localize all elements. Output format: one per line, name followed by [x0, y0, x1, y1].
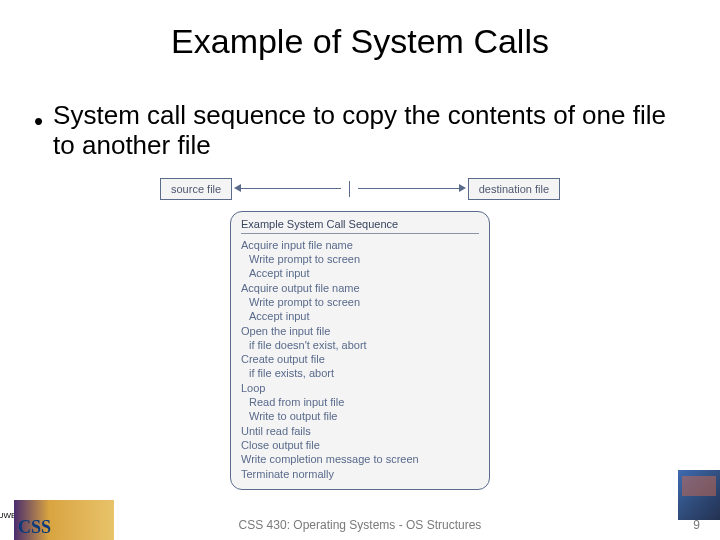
sequence-line: Write prompt to screen — [241, 295, 479, 309]
arrow-center-stub — [349, 181, 350, 197]
slide-title: Example of System Calls — [0, 0, 720, 61]
sequence-line: Write prompt to screen — [241, 252, 479, 266]
arrow-left — [234, 188, 347, 190]
sequence-line: Loop — [241, 381, 479, 395]
sequence-line: Create output file — [241, 352, 479, 366]
bullet-area: • System call sequence to copy the conte… — [0, 61, 720, 161]
sequence-line: Acquire output file name — [241, 281, 479, 295]
page-number: 9 — [693, 518, 700, 532]
dest-file-box: destination file — [468, 178, 560, 200]
diagram-top-row: source file destination file — [160, 175, 560, 203]
sequence-title: Example System Call Sequence — [241, 218, 479, 234]
sequence-line: Close output file — [241, 438, 479, 452]
sequence-line: Write to output file — [241, 409, 479, 423]
arrow-right — [352, 188, 465, 190]
sequence-line: Write completion message to screen — [241, 452, 479, 466]
bullet-text: System call sequence to copy the content… — [53, 101, 686, 161]
bullet-dot: • — [34, 101, 43, 161]
sequence-line: Read from input file — [241, 395, 479, 409]
sequence-line: if file exists, abort — [241, 366, 479, 380]
textbook-thumbnail — [678, 470, 720, 520]
sequence-line: Acquire input file name — [241, 238, 479, 252]
sequence-box: Example System Call Sequence Acquire inp… — [230, 211, 490, 490]
source-file-box: source file — [160, 178, 232, 200]
css-logo-text: CSS — [18, 517, 51, 538]
sequence-line: Open the input file — [241, 324, 479, 338]
sequence-line: Accept input — [241, 309, 479, 323]
sequence-line: if file doesn't exist, abort — [241, 338, 479, 352]
sequence-line: Accept input — [241, 266, 479, 280]
sequence-line: Terminate normally — [241, 467, 479, 481]
sequence-lines: Acquire input file nameWrite prompt to s… — [241, 238, 479, 481]
logo-left: UWB CSS — [0, 490, 150, 540]
syscall-diagram: source file destination file Example Sys… — [160, 175, 560, 490]
uwb-strip: UWB — [0, 490, 14, 540]
bullet-item: • System call sequence to copy the conte… — [34, 101, 686, 161]
sequence-line: Until read fails — [241, 424, 479, 438]
css-logo-block: CSS — [14, 500, 114, 540]
